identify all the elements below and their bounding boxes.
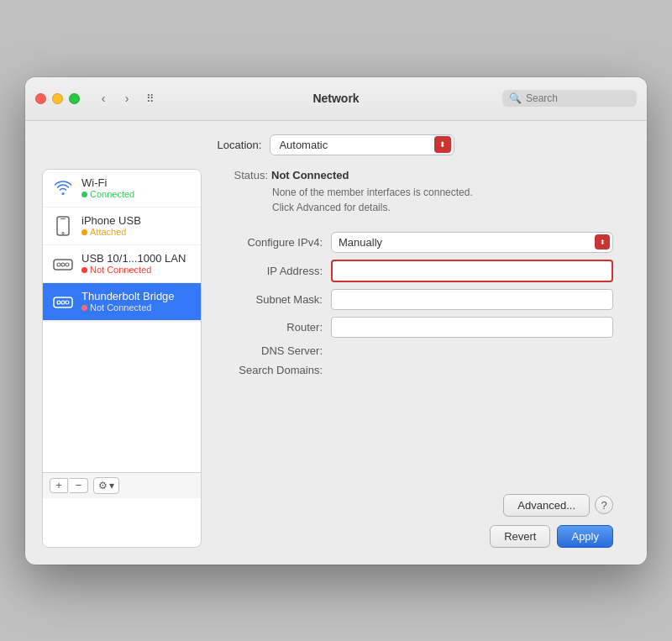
thunderbolt-info: Thunderbolt Bridge Not Connected [81,290,175,313]
maximize-button[interactable] [69,93,80,104]
search-domains-row: Search Domains: [222,364,613,376]
network-item-usb-lan[interactable]: USB 10/1...1000 LAN Not Connected [43,245,201,283]
revert-button[interactable]: Revert [490,525,550,548]
location-select-wrapper: Automatic Edit Locations... [270,134,454,155]
minimize-button[interactable] [52,93,63,104]
ip-address-input[interactable]: 0.0.0.0 [331,260,613,282]
configure-select-wrapper: Manually Using DHCP Using DHCP with manu… [331,232,613,253]
router-row: Router: [222,317,613,338]
thunderbolt-icon [51,290,75,313]
status-section: Status: Not Connected None of the member… [222,169,613,215]
svg-point-4 [57,263,60,266]
main-content: Location: Automatic Edit Locations... [25,121,647,565]
wifi-name: Wi-Fi [81,176,134,189]
usb-lan-status-dot [81,267,87,273]
window-title: Network [312,92,359,105]
status-row: Status: Not Connected [222,169,613,181]
gear-icon: ⚙ [98,480,108,491]
search-bar[interactable]: 🔍 [502,90,637,107]
search-input[interactable] [526,92,630,104]
location-bar: Location: Automatic Edit Locations... [42,134,630,155]
grid-button[interactable]: ⠿ [140,89,160,108]
ip-address-wrapper: 0.0.0.0 [331,260,613,282]
network-list: Wi-Fi Connected [42,169,202,548]
subnet-mask-wrapper [331,289,613,310]
wifi-info: Wi-Fi Connected [81,176,134,199]
gear-chevron-icon: ▾ [109,480,114,491]
router-wrapper [331,317,613,338]
svg-point-9 [61,301,65,304]
configure-ipv4-select[interactable]: Manually Using DHCP Using DHCP with manu… [331,232,613,253]
network-item-wifi[interactable]: Wi-Fi Connected [43,170,201,208]
back-button[interactable]: ‹ [93,89,113,108]
usb-lan-info: USB 10/1...1000 LAN Not Connected [81,252,186,275]
dns-server-row: DNS Server: [222,344,613,357]
wifi-icon [51,176,75,200]
network-item-thunderbolt[interactable]: Thunderbolt Bridge Not Connected [43,283,201,321]
iphone-usb-info: iPhone USB Attached [81,214,141,237]
iphone-usb-name: iPhone USB [81,214,141,227]
svg-point-8 [57,301,60,304]
usb-lan-status: Not Connected [81,265,186,275]
wifi-status: Connected [81,189,134,199]
action-buttons: Revert Apply [222,525,613,548]
router-label: Router: [222,321,331,334]
advanced-row: Advanced... ? [222,494,613,517]
titlebar: ‹ › ⠿ Network 🔍 [25,77,647,121]
search-icon: 🔍 [509,92,522,104]
location-select[interactable]: Automatic Edit Locations... [270,134,454,155]
status-value: Not Connected [271,169,349,181]
svg-point-5 [61,263,65,266]
iphone-usb-status: Attached [81,227,141,237]
help-button[interactable]: ? [595,496,613,514]
forward-button[interactable]: › [117,89,137,108]
ip-address-label: IP Address: [222,265,331,277]
wifi-status-dot [81,192,87,197]
svg-rect-1 [60,218,66,219]
router-input[interactable] [331,317,613,338]
gear-menu-button[interactable]: ⚙ ▾ [93,477,119,494]
search-domains-label: Search Domains: [222,364,331,376]
add-network-button[interactable]: + [50,478,68,493]
status-description-line1: None of the member interfaces is connect… [272,185,613,200]
usb-lan-icon [51,252,75,276]
subnet-mask-label: Subnet Mask: [222,293,331,306]
subnet-mask-row: Subnet Mask: [222,289,613,310]
dns-server-label: DNS Server: [222,344,331,357]
bottom-area: Advanced... ? Revert Apply [222,494,613,548]
close-button[interactable] [35,93,46,104]
panels: Wi-Fi Connected [42,169,630,548]
nav-buttons: ‹ › [93,89,137,108]
advanced-button[interactable]: Advanced... [503,494,590,517]
sidebar-toolbar: + − ⚙ ▾ [43,472,201,498]
thunderbolt-status: Not Connected [81,302,175,313]
svg-rect-3 [54,260,72,270]
usb-lan-name: USB 10/1...1000 LAN [81,252,186,265]
apply-button[interactable]: Apply [557,525,613,548]
location-label: Location: [218,139,262,151]
ip-address-row: IP Address: 0.0.0.0 [222,260,613,282]
subnet-mask-input[interactable] [331,289,613,310]
configure-ipv4-row: Configure IPv4: Manually Using DHCP Usin… [222,232,613,253]
svg-rect-7 [54,297,72,307]
thunderbolt-status-dot [81,305,87,311]
right-panel: Status: Not Connected None of the member… [202,169,630,548]
svg-point-10 [66,301,69,304]
thunderbolt-name: Thunderbolt Bridge [81,290,175,302]
configure-ipv4-wrapper: Manually Using DHCP Using DHCP with manu… [331,232,613,253]
status-description-line2: Click Advanced for details. [272,200,613,215]
remove-network-button[interactable]: − [70,478,88,493]
svg-point-2 [62,232,64,234]
configure-ipv4-label: Configure IPv4: [222,236,331,249]
traffic-lights [35,93,80,104]
status-label: Status: [222,169,268,181]
sidebar-empty-space [43,321,201,472]
network-item-iphone[interactable]: iPhone USB Attached [43,208,201,245]
svg-point-6 [66,263,69,266]
iphone-icon [51,214,75,238]
iphone-status-dot [81,229,87,235]
network-preferences-window: ‹ › ⠿ Network 🔍 Location: Automatic Edit… [25,77,647,565]
config-form: Configure IPv4: Manually Using DHCP Usin… [222,232,613,376]
